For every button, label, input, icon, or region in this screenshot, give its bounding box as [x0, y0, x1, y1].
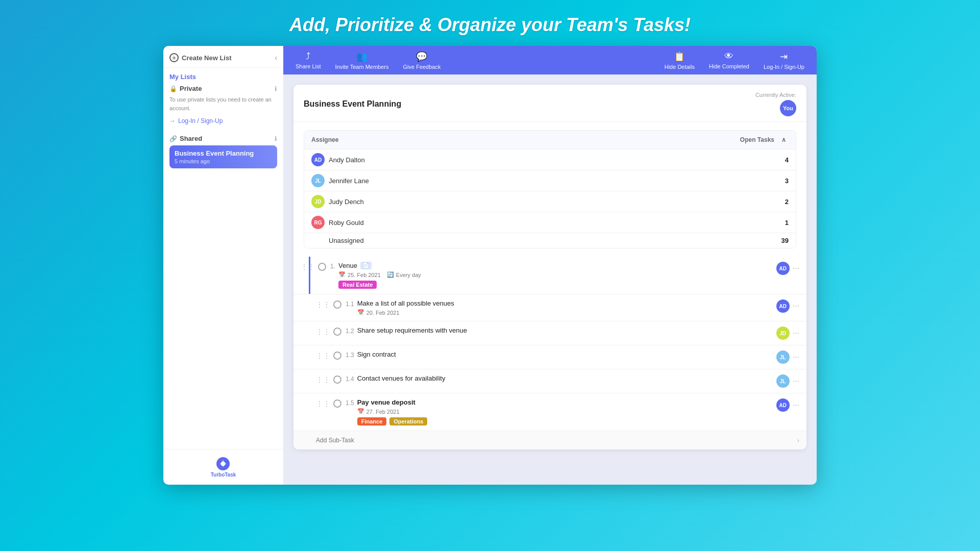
currently-active-label: Currently Active: [755, 92, 796, 98]
task-assignee-1-2[interactable]: JD [776, 327, 790, 340]
task-checkbox-1-1[interactable] [333, 300, 341, 309]
sidebar-collapse-icon[interactable]: ‹ [275, 54, 277, 62]
more-btn-1-1[interactable]: ··· [793, 302, 799, 311]
task-content-1-1: Make a list of all possible venues 📅 20.… [357, 299, 776, 316]
give-feedback-label: Give Feedback [403, 64, 440, 70]
open-tasks-roby: 1 [785, 219, 789, 227]
task-date-1-5: 📅 27. Feb 2021 [357, 408, 400, 415]
login-arrow-icon: → [169, 117, 176, 124]
task-content-1-5: Pay venue deposit 📅 27. Feb 2021 Finance [357, 398, 776, 425]
assignee-table-collapse-btn[interactable]: ∧ [778, 135, 789, 145]
open-tasks-andy: 4 [785, 156, 789, 164]
task-left-bar [309, 257, 310, 294]
shared-info-icon[interactable]: ℹ [275, 135, 277, 142]
login-button[interactable]: ⇥ Log-In / Sign-Up [764, 51, 804, 70]
more-btn-1-3[interactable]: ··· [793, 353, 799, 362]
unassigned-label: Unassigned [311, 237, 364, 244]
invite-team-icon: 👥 [356, 51, 368, 62]
task-date-text-venue: 25. Feb 2021 [348, 272, 381, 278]
private-label-group: 🔒 Private [169, 85, 202, 92]
drag-handle-1-5[interactable]: ⋮⋮ [316, 398, 330, 408]
task-meta-1-5: 📅 27. Feb 2021 [357, 408, 776, 415]
currently-active: Currently Active: You [755, 92, 796, 116]
more-btn-1-4[interactable]: ··· [793, 377, 799, 386]
task-checkbox-1-5[interactable] [333, 399, 341, 408]
create-new-list-button[interactable]: + Create New List [169, 53, 232, 62]
drag-handle-venue[interactable]: ⋮⋮ [301, 262, 315, 271]
card-header: Business Event Planning Currently Active… [293, 85, 806, 122]
assignee-row: JL Jennifer Lane 3 [304, 170, 796, 191]
share-list-button[interactable]: ⤴ Share List [296, 51, 321, 69]
task-row-1-3: ⋮⋮ 1.3 Sign contract JL ··· [293, 345, 806, 369]
task-content-1-3: Sign contract [357, 350, 776, 358]
task-assignee-1-1[interactable]: AD [776, 299, 790, 313]
task-title-1-3: Sign contract [357, 350, 776, 358]
task-row-1-2: ⋮⋮ 1.2 Share setup requirements with ven… [293, 321, 806, 345]
avatar-jennifer: JL [311, 174, 325, 187]
task-date-text-1-1: 20. Feb 2021 [366, 310, 400, 316]
active-list-item[interactable]: Business Event Planning 5 minutes ago [169, 145, 277, 168]
task-checkbox-1-4[interactable] [333, 375, 341, 384]
invite-team-button[interactable]: 👥 Invite Team Members [335, 51, 389, 70]
calendar-icon-1-5: 📅 [357, 408, 364, 415]
sidebar-header: + Create New List ‹ [163, 46, 283, 68]
give-feedback-button[interactable]: 💬 Give Feedback [403, 51, 440, 70]
tag-realestate[interactable]: Real Estate [338, 281, 377, 289]
task-assignee-venue[interactable]: AD [776, 262, 790, 275]
assignee-row: AD Andy Dalton 4 [304, 149, 796, 170]
private-info-icon[interactable]: ℹ [275, 85, 277, 92]
task-title-text-1-1: Make a list of all possible venues [357, 299, 454, 307]
task-title-1-5: Pay venue deposit [357, 398, 776, 406]
task-checkbox-1-2[interactable] [333, 328, 341, 336]
assignee-name-jennifer: Jennifer Lane [329, 177, 369, 185]
task-checkbox-1-3[interactable] [333, 352, 341, 360]
task-title-venue: Venue 📄 [338, 262, 776, 269]
login-link[interactable]: → Log-In / Sign-Up [169, 117, 277, 124]
tag-operations[interactable]: Operations [389, 417, 427, 425]
more-btn-venue[interactable]: ··· [793, 264, 799, 273]
active-list-time: 5 minutes ago [175, 158, 272, 164]
drag-handle-1-1[interactable]: ⋮⋮ [316, 299, 330, 309]
add-subtask-arrow-icon: › [797, 436, 799, 444]
task-row-1-4: ⋮⋮ 1.4 Contact venues for availability J… [293, 369, 806, 393]
calendar-icon-1-1: 📅 [357, 309, 364, 316]
task-assignee-1-5[interactable]: AD [776, 398, 790, 412]
open-tasks-col-header: Open Tasks [740, 136, 774, 143]
drag-handle-1-2[interactable]: ⋮⋮ [316, 327, 330, 336]
share-list-label: Share List [296, 63, 321, 69]
task-number-1-1: 1.1 [346, 299, 354, 308]
login-icon: ⇥ [780, 51, 788, 62]
avatar-judy: JD [311, 195, 325, 208]
shared-section-header: 🔗 Shared ℹ [169, 135, 277, 142]
turbotask-logo-icon [216, 457, 230, 471]
task-meta-venue: 📅 25. Feb 2021 🔄 Every day [338, 271, 776, 278]
assignee-row: JD Judy Dench 2 [304, 191, 796, 212]
add-subtask-input[interactable] [316, 437, 797, 444]
task-title-text-1-4: Contact venues for availability [357, 374, 446, 382]
task-content-venue: Venue 📄 📅 25. Feb 2021 🔄 Eve [338, 262, 776, 289]
drag-handle-1-3[interactable]: ⋮⋮ [316, 350, 330, 360]
more-btn-1-2[interactable]: ··· [793, 329, 799, 338]
task-date-1-1: 📅 20. Feb 2021 [357, 309, 400, 316]
invite-team-label: Invite Team Members [335, 64, 389, 70]
task-number-1-5: 1.5 [346, 398, 354, 407]
task-meta-1-1: 📅 20. Feb 2021 [357, 309, 776, 316]
page-heading: Add, Prioritize & Organize your Team's T… [0, 0, 980, 46]
hide-completed-button[interactable]: 👁 Hide Completed [709, 51, 749, 69]
task-assignee-1-4[interactable]: JL [776, 374, 790, 388]
task-content-1-2: Share setup requirements with venue [357, 327, 776, 334]
task-doc-icon[interactable]: 📄 [360, 262, 372, 269]
drag-handle-1-4[interactable]: ⋮⋮ [316, 374, 330, 384]
plus-circle-icon: + [169, 53, 179, 62]
task-assignee-1-3[interactable]: JL [776, 350, 790, 364]
tag-finance[interactable]: Finance [357, 417, 387, 425]
topbar: ⤴ Share List 👥 Invite Team Members 💬 Giv… [283, 46, 817, 74]
unassigned-row: Unassigned 39 [304, 233, 796, 248]
hide-details-button[interactable]: 📋 Hide Details [665, 51, 695, 70]
more-btn-1-5[interactable]: ··· [793, 400, 799, 410]
task-checkbox-venue[interactable] [318, 263, 326, 271]
sidebar: + Create New List ‹ My Lists 🔒 Private ℹ… [163, 46, 283, 485]
calendar-icon: 📅 [338, 271, 346, 278]
task-right-1-1: AD ··· [776, 299, 799, 313]
open-tasks-jennifer: 3 [785, 177, 789, 185]
